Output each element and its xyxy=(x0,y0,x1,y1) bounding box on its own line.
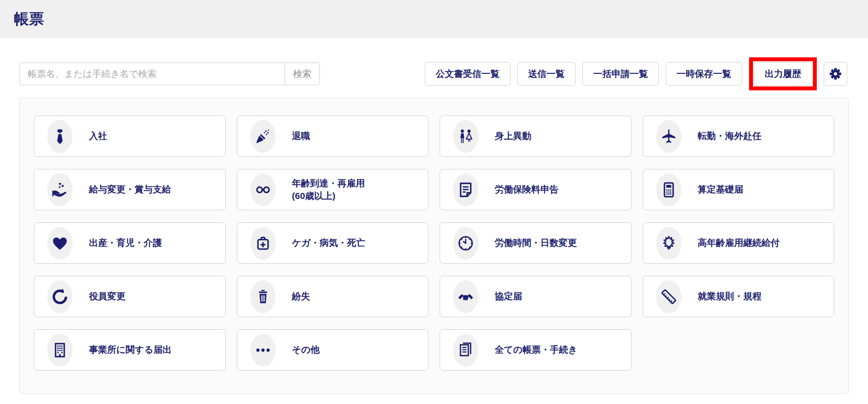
category-label: 就業規則・規程 xyxy=(698,290,762,302)
page-header: 帳票 xyxy=(0,0,868,38)
category-card[interactable]: 紛失 xyxy=(237,276,429,317)
building-icon xyxy=(51,341,69,359)
airplane-icon xyxy=(660,128,677,145)
hand-coins-icon xyxy=(51,181,69,199)
clock-icon xyxy=(457,235,474,252)
category-card[interactable]: 転勤・海外赴任 xyxy=(643,116,835,157)
toolbar-button[interactable]: 送信一覧 xyxy=(517,62,575,86)
category-label: その他 xyxy=(292,344,320,356)
heart-icon xyxy=(51,235,69,252)
ellipsis-icon xyxy=(254,341,272,359)
category-card[interactable]: 身上異動 xyxy=(440,116,631,157)
first-aid-kit-icon xyxy=(254,235,272,252)
category-card[interactable]: 事業所に関する届出 xyxy=(34,329,226,371)
icon-oval xyxy=(656,173,681,206)
category-label: 出産・育児・介護 xyxy=(89,237,162,249)
category-card[interactable]: 年齢到達・再雇用 (60歳以上) xyxy=(237,169,429,210)
icon-oval xyxy=(47,173,72,206)
icon-oval xyxy=(453,120,478,153)
category-card[interactable]: 役員変更 xyxy=(34,276,226,317)
category-card[interactable]: 就業規則・規程 xyxy=(643,276,835,317)
category-card[interactable]: 退職 xyxy=(237,116,429,157)
party-popper-icon xyxy=(254,128,272,145)
category-label: 身上異動 xyxy=(495,130,531,142)
handshake-icon xyxy=(457,288,474,305)
icon-oval xyxy=(47,120,72,153)
toolbar-right: 公文書受信一覧送信一覧一括申請一覧一時保存一覧出力履歴 xyxy=(425,57,847,90)
category-label: 算定基礎届 xyxy=(698,183,743,195)
settings-button[interactable] xyxy=(824,62,847,86)
search-group: 検索 xyxy=(20,63,320,85)
maple-leaf-icon xyxy=(660,235,677,252)
category-label: 協定届 xyxy=(495,290,522,302)
toolbar-button[interactable]: 出力履歴 xyxy=(754,62,812,86)
icon-oval xyxy=(453,334,478,367)
category-label: 全ての帳票・手続き xyxy=(495,344,577,356)
ruler-icon xyxy=(660,288,677,305)
category-label: 転勤・海外赴任 xyxy=(698,130,762,142)
toolbar-button[interactable]: 公文書受信一覧 xyxy=(425,62,510,86)
icon-oval xyxy=(250,173,276,206)
document-icon xyxy=(457,181,474,199)
search-input[interactable] xyxy=(20,63,285,85)
toolbar-button[interactable]: 一括申請一覧 xyxy=(582,62,659,86)
gear-icon xyxy=(829,67,842,80)
category-card[interactable]: 出産・育児・介護 xyxy=(34,222,226,264)
category-label: 年齢到達・再雇用 (60歳以上) xyxy=(292,177,365,202)
category-card[interactable]: ケガ・病気・死亡 xyxy=(237,222,429,264)
category-card[interactable]: 労働保険料申告 xyxy=(440,169,631,210)
search-button[interactable]: 検索 xyxy=(285,63,319,85)
category-label: 労働保険料申告 xyxy=(495,183,559,195)
icon-oval xyxy=(47,334,72,367)
glasses-icon xyxy=(254,181,272,199)
documents-icon xyxy=(457,341,474,359)
calculator-icon xyxy=(660,181,677,199)
toolbar: 検索 公文書受信一覧送信一覧一括申請一覧一時保存一覧出力履歴 xyxy=(20,62,847,86)
page-title: 帳票 xyxy=(14,9,44,29)
category-card[interactable]: その他 xyxy=(237,329,429,371)
icon-oval xyxy=(453,227,478,260)
icon-oval xyxy=(47,227,72,260)
category-label: 高年齢雇用継続給付 xyxy=(698,237,780,249)
icon-oval xyxy=(250,227,276,260)
trash-icon xyxy=(254,288,272,305)
category-card[interactable]: 協定届 xyxy=(440,276,631,317)
category-card[interactable]: 労働時間・日数変更 xyxy=(440,222,631,264)
icon-oval xyxy=(656,280,681,313)
refresh-arrow-icon xyxy=(51,288,69,305)
category-label: 入社 xyxy=(89,130,107,142)
icon-oval xyxy=(453,173,478,206)
category-card[interactable]: 算定基礎届 xyxy=(643,169,835,210)
category-label: ケガ・病気・死亡 xyxy=(292,237,365,249)
category-label: 退職 xyxy=(292,130,310,142)
category-label: 役員変更 xyxy=(89,290,125,302)
icon-oval xyxy=(250,120,276,153)
forms-panel: 入社 退職 身上異動 転勤・海外赴任 給与変更・賞与支給 年齢到達・再雇用 (6… xyxy=(20,98,848,394)
category-card[interactable]: 入社 xyxy=(34,116,226,157)
category-card[interactable]: 全ての帳票・手続き xyxy=(440,329,631,371)
category-card[interactable]: 給与変更・賞与支給 xyxy=(34,169,226,210)
category-card[interactable]: 高年齢雇用継続給付 xyxy=(643,222,835,264)
category-label: 労働時間・日数変更 xyxy=(495,237,577,249)
category-label: 給与変更・賞与支給 xyxy=(89,183,171,195)
necktie-icon xyxy=(51,128,69,145)
category-label: 事業所に関する届出 xyxy=(89,344,171,356)
icon-oval xyxy=(453,280,478,313)
icon-oval xyxy=(250,334,276,367)
category-grid: 入社 退職 身上異動 転勤・海外赴任 給与変更・賞与支給 年齢到達・再雇用 (6… xyxy=(34,116,834,371)
category-label: 紛失 xyxy=(292,290,310,302)
icon-oval xyxy=(47,280,72,313)
icon-oval xyxy=(250,280,276,313)
wedding-couple-icon xyxy=(457,128,474,145)
icon-oval xyxy=(656,120,681,153)
toolbar-button[interactable]: 一時保存一覧 xyxy=(666,62,742,86)
icon-oval xyxy=(656,227,681,260)
highlight-annotation: 出力履歴 xyxy=(749,57,817,90)
